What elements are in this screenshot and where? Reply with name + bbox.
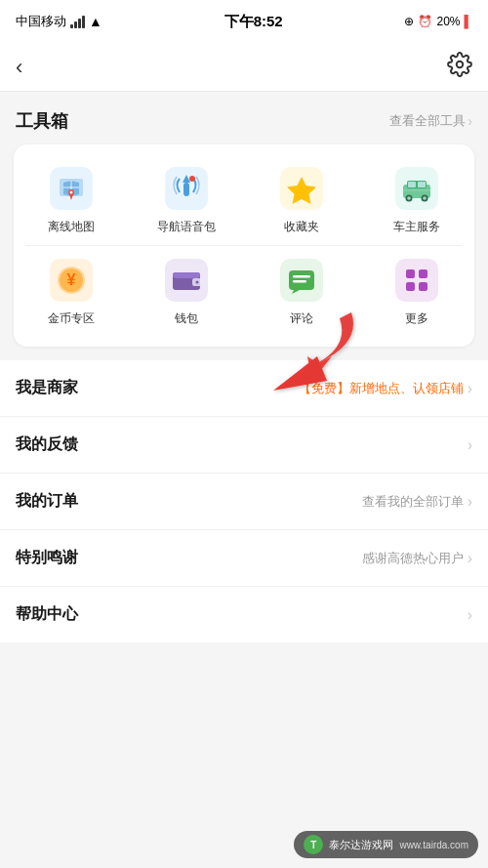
car-service-label: 车主服务 xyxy=(393,219,440,235)
more-icon xyxy=(392,256,441,305)
orders-title: 我的订单 xyxy=(16,491,78,512)
watermark-text: 泰尔达游戏网 xyxy=(329,838,393,852)
orders-subtitle: 查看我的全部订单 xyxy=(362,493,464,511)
comments-icon xyxy=(277,256,326,305)
status-left: 中国移动 ▲ xyxy=(16,13,102,30)
watermark-url: www.tairda.com xyxy=(399,840,468,850)
feedback-right: › xyxy=(468,436,472,454)
carrier-text: 中国移动 xyxy=(16,13,66,30)
nav-voice-label: 导航语音包 xyxy=(157,219,216,235)
wallet-icon xyxy=(162,256,211,305)
tool-nav-voice[interactable]: 导航语音包 xyxy=(147,164,225,235)
wallet-label: 钱包 xyxy=(175,310,198,327)
comments-label: 评论 xyxy=(290,310,313,327)
offline-map-label: 离线地图 xyxy=(48,219,95,235)
thanks-arrow: › xyxy=(468,550,472,567)
gold-zone-icon: ¥ xyxy=(47,256,96,305)
list-item-help[interactable]: 帮助中心 › xyxy=(0,587,488,642)
car-service-icon xyxy=(392,164,441,213)
svg-text:¥: ¥ xyxy=(67,271,76,288)
svg-rect-33 xyxy=(395,259,438,302)
offline-map-icon xyxy=(47,164,96,213)
feedback-title: 我的反馈 xyxy=(16,434,78,455)
location-icon: ⊕ xyxy=(404,15,414,28)
list-section: 我是商家 【免费】新增地点、认领店铺 › 我的反馈 › 我的订单 查看我的全部订… xyxy=(0,360,488,642)
svg-point-7 xyxy=(189,176,195,182)
back-button[interactable]: ‹ xyxy=(16,57,22,78)
help-title: 帮助中心 xyxy=(16,604,78,625)
svg-rect-37 xyxy=(419,282,427,291)
watermark-logo: T xyxy=(304,835,323,854)
favorites-icon xyxy=(277,164,326,213)
view-all-tools-link[interactable]: 查看全部工具 › xyxy=(389,112,472,130)
svg-rect-14 xyxy=(418,182,426,187)
svg-rect-6 xyxy=(183,183,189,196)
svg-point-4 xyxy=(70,191,73,194)
alarm-icon: ⏰ xyxy=(418,15,432,28)
svg-rect-36 xyxy=(406,282,415,291)
svg-point-16 xyxy=(407,196,411,200)
merchant-title: 我是商家 xyxy=(16,378,78,398)
merchant-subtitle: 【免费】新增地点、认领店铺 xyxy=(299,380,464,397)
thanks-right: 感谢高德热心用户 › xyxy=(362,550,472,567)
more-label: 更多 xyxy=(405,310,428,327)
tool-comments[interactable]: 评论 xyxy=(263,256,341,327)
list-item-feedback[interactable]: 我的反馈 › xyxy=(0,417,488,474)
orders-arrow: › xyxy=(468,493,472,511)
svg-point-0 xyxy=(457,61,464,67)
view-all-label: 查看全部工具 xyxy=(389,112,466,130)
toolbox-card: 离线地图 导航语音包 xyxy=(14,145,474,347)
tool-wallet[interactable]: 钱包 xyxy=(147,256,225,327)
battery-icon: ▌ xyxy=(464,15,472,28)
watermark: T 泰尔达游戏网 www.tairda.com xyxy=(294,831,478,858)
tools-row-2: ¥ 金币专区 钱包 xyxy=(14,246,474,337)
tool-car-service[interactable]: 车主服务 xyxy=(378,164,456,235)
svg-rect-32 xyxy=(293,280,306,283)
svg-rect-35 xyxy=(419,269,427,278)
status-bar: 中国移动 ▲ 下午8:52 ⊕ ⏰ 20% ▌ xyxy=(0,0,488,43)
time-display: 下午8:52 xyxy=(224,13,283,31)
list-item-orders[interactable]: 我的订单 查看我的全部订单 › xyxy=(0,474,488,530)
merchant-arrow: › xyxy=(468,380,472,397)
thanks-title: 特别鸣谢 xyxy=(16,548,78,568)
battery-text: 20% xyxy=(436,15,460,28)
toolbox-header: 工具箱 查看全部工具 › xyxy=(0,92,488,145)
svg-point-28 xyxy=(196,281,199,284)
svg-rect-31 xyxy=(293,275,310,278)
merchant-right: 【免费】新增地点、认领店铺 › xyxy=(299,380,472,397)
feedback-arrow: › xyxy=(468,436,472,454)
tool-favorites[interactable]: 收藏夹 xyxy=(263,164,341,235)
wifi-icon: ▲ xyxy=(89,14,102,29)
status-right: ⊕ ⏰ 20% ▌ xyxy=(404,15,472,28)
tool-offline-map[interactable]: 离线地图 xyxy=(32,164,110,235)
tools-row-1: 离线地图 导航语音包 xyxy=(14,154,474,245)
help-arrow: › xyxy=(468,606,472,624)
svg-point-18 xyxy=(423,196,427,200)
svg-rect-26 xyxy=(173,272,200,278)
signal-icon xyxy=(70,15,85,28)
nav-voice-icon xyxy=(162,164,211,213)
tool-more[interactable]: 更多 xyxy=(378,256,456,327)
content-area: 工具箱 查看全部工具 › xyxy=(0,92,488,868)
thanks-subtitle: 感谢高德热心用户 xyxy=(362,550,464,567)
help-right: › xyxy=(468,606,472,624)
view-all-arrow: › xyxy=(468,113,472,129)
favorites-label: 收藏夹 xyxy=(284,219,319,235)
orders-right: 查看我的全部订单 › xyxy=(362,493,472,511)
list-item-thanks[interactable]: 特别鸣谢 感谢高德热心用户 › xyxy=(0,530,488,587)
settings-button[interactable] xyxy=(447,52,472,83)
svg-rect-13 xyxy=(408,182,416,187)
tool-gold-zone[interactable]: ¥ 金币专区 xyxy=(32,256,110,327)
svg-rect-34 xyxy=(406,269,415,278)
toolbox-title: 工具箱 xyxy=(16,109,68,133)
nav-bar: ‹ xyxy=(0,43,488,92)
list-item-merchant[interactable]: 我是商家 【免费】新增地点、认领店铺 › xyxy=(0,360,488,417)
gold-zone-label: 金币专区 xyxy=(48,310,95,327)
